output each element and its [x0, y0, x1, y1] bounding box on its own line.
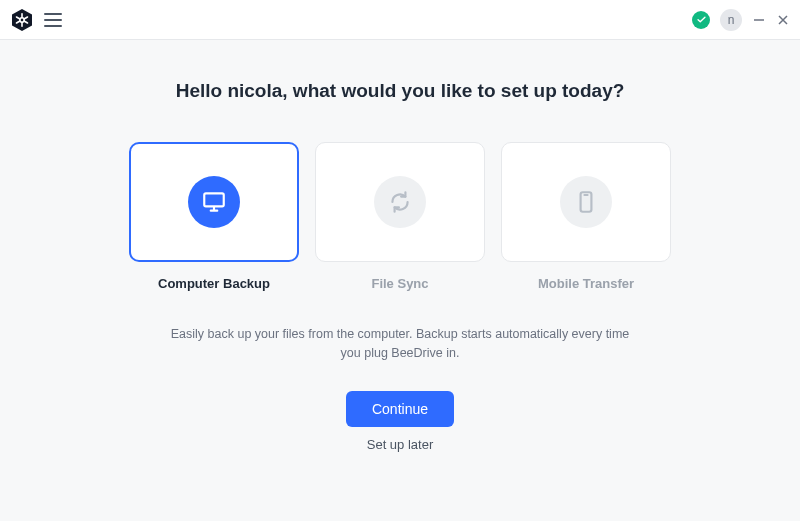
option-cards: Computer Backup File Sync: [129, 142, 671, 291]
window-minimize-icon[interactable]: [752, 13, 766, 27]
sync-icon: [374, 176, 426, 228]
svg-marker-0: [12, 9, 32, 31]
svg-rect-3: [204, 193, 224, 206]
titlebar: n: [0, 0, 800, 40]
card-label: Computer Backup: [158, 276, 270, 291]
option-computer-backup: Computer Backup: [129, 142, 299, 291]
main-content: Hello nicola, what would you like to set…: [0, 40, 800, 452]
phone-icon: [560, 176, 612, 228]
setup-later-link[interactable]: Set up later: [367, 437, 434, 452]
card-mobile-transfer[interactable]: [501, 142, 671, 262]
option-mobile-transfer: Mobile Transfer: [501, 142, 671, 291]
page-title: Hello nicola, what would you like to set…: [176, 80, 625, 102]
card-label: Mobile Transfer: [538, 276, 634, 291]
card-file-sync[interactable]: [315, 142, 485, 262]
option-file-sync: File Sync: [315, 142, 485, 291]
app-logo-icon: [10, 8, 34, 32]
card-computer-backup[interactable]: [129, 142, 299, 262]
user-avatar[interactable]: n: [720, 9, 742, 31]
status-ok-icon: [692, 11, 710, 29]
window-close-icon[interactable]: [776, 13, 790, 27]
option-description: Easily back up your files from the compu…: [160, 325, 640, 363]
continue-button[interactable]: Continue: [346, 391, 454, 427]
monitor-icon: [188, 176, 240, 228]
menu-icon[interactable]: [44, 13, 62, 27]
actions: Continue Set up later: [346, 391, 454, 452]
card-label: File Sync: [371, 276, 428, 291]
